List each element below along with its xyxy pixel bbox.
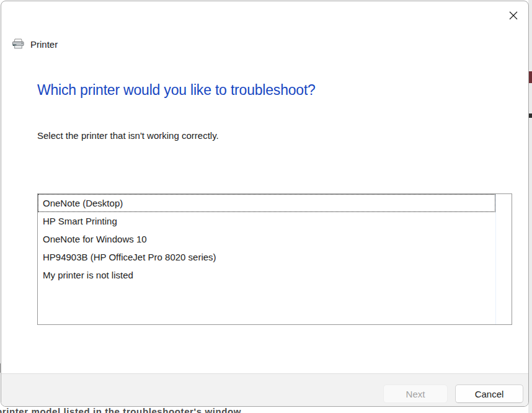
close-button[interactable]: [506, 8, 521, 23]
cancel-button[interactable]: Cancel: [455, 384, 523, 403]
list-item-hp94903b[interactable]: HP94903B (HP OfficeJet Pro 8020 series): [38, 248, 495, 266]
list-item-onenote-desktop[interactable]: OneNote (Desktop): [38, 194, 495, 212]
next-button[interactable]: Next: [383, 384, 448, 403]
list-item-onenote-windows10[interactable]: OneNote for Windows 10: [38, 230, 495, 248]
dialog-footer: Next Cancel: [1, 373, 528, 406]
background-window-clipped-text: printer model listed in the troubleshoot…: [0, 406, 532, 413]
list-item-printer-not-listed[interactable]: My printer is not listed: [38, 266, 495, 284]
list-item-hp-smart-printing[interactable]: HP Smart Printing: [38, 212, 495, 230]
printer-icon: [12, 38, 25, 50]
close-icon: [508, 11, 518, 20]
dialog-header: Printer: [12, 37, 58, 51]
dialog-app-label: Printer: [30, 39, 58, 50]
page-title: Which printer would you like to troubles…: [37, 82, 316, 99]
printer-troubleshooter-dialog: Printer Which printer would you like to …: [1, 1, 529, 407]
listbox-inner-guide: [495, 194, 496, 324]
printer-listbox[interactable]: OneNote (Desktop) HP Smart Printing OneN…: [37, 193, 512, 325]
instruction-text: Select the printer that isn't working co…: [37, 130, 219, 141]
